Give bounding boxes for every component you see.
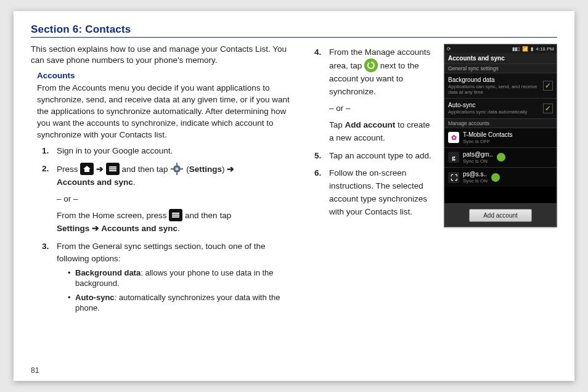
status-time: 4:18 PM bbox=[536, 46, 554, 52]
left-column: This section explains how to use and man… bbox=[31, 44, 296, 319]
step-number: 5. bbox=[314, 150, 321, 163]
settings-label: Settings bbox=[189, 164, 222, 173]
manage-accounts-label: Manage accounts bbox=[444, 118, 557, 128]
step-text-part: and then tap bbox=[185, 211, 231, 220]
account-status: Sync is ON bbox=[463, 178, 488, 184]
setting-row-auto-sync[interactable]: Auto-sync Applications sync data automat… bbox=[444, 98, 557, 118]
step-5: 5. Tap an account type to add. bbox=[314, 150, 435, 163]
settings-path-label: Settings ➔ Accounts and sync bbox=[57, 224, 178, 233]
battery-icon: ▮ bbox=[531, 46, 533, 52]
menu-icon bbox=[106, 163, 120, 175]
signal-icon: 📶 bbox=[522, 46, 528, 52]
step-4: 4. From the Manage accounts area, tap ne… bbox=[314, 46, 435, 145]
svg-rect-10 bbox=[172, 214, 179, 216]
status-bar: ⟳ ▮▮▯ 📶 ▮ 4:18 PM bbox=[444, 44, 557, 53]
sync-icon bbox=[364, 59, 378, 72]
two-column-layout: This section explains how to use and man… bbox=[31, 44, 557, 319]
svg-rect-5 bbox=[176, 163, 178, 165]
step-text-part: Press bbox=[57, 164, 80, 173]
add-account-bold: Add account bbox=[345, 120, 395, 129]
step-number: 1. bbox=[42, 145, 49, 158]
accounts-heading: Accounts bbox=[37, 71, 296, 80]
bullet-label: Auto-sync bbox=[75, 293, 115, 302]
sync-indicator-icon bbox=[497, 153, 505, 161]
arrow-icon: ➔ bbox=[227, 164, 234, 173]
add-account-button[interactable]: Add account bbox=[469, 209, 532, 222]
row-subtitle: Applications sync data automatically bbox=[448, 109, 543, 115]
svg-rect-9 bbox=[172, 213, 179, 214]
step-1: 1. Sign in to your Google account. bbox=[42, 145, 296, 158]
step-text: Follow the on-screen instructions. The s… bbox=[329, 168, 427, 216]
screen-subtitle: General sync settings bbox=[444, 63, 557, 73]
svg-rect-2 bbox=[109, 170, 116, 171]
step-number: 4. bbox=[314, 46, 321, 59]
step-6: 6. Follow the on-screen instructions. Th… bbox=[314, 167, 435, 219]
section-title: Section 6: Contacts bbox=[31, 23, 557, 38]
or-divider: – or – bbox=[57, 193, 296, 206]
step-text-part: From the Home screen, press bbox=[57, 211, 169, 220]
step-2: 2. Press ➔ and then tap (Settings) ➔ bbox=[42, 163, 296, 235]
account-status: Sync is ON bbox=[463, 158, 493, 164]
step-text-part: Tap bbox=[329, 120, 345, 129]
phone-footer: Add account bbox=[444, 203, 557, 227]
account-name: pats@gm.. bbox=[463, 151, 493, 158]
status-left-icon: ⟳ bbox=[447, 46, 451, 52]
account-icon: ⛶ bbox=[448, 172, 459, 183]
svg-rect-6 bbox=[176, 173, 178, 175]
svg-point-4 bbox=[176, 167, 179, 170]
step-number: 3. bbox=[42, 240, 49, 253]
step-3: 3. From the General sync settings sectio… bbox=[42, 240, 296, 314]
account-icon: ✿ bbox=[448, 132, 459, 143]
checkbox-checked-icon[interactable]: ✓ bbox=[543, 81, 553, 91]
or-divider: – or – bbox=[329, 102, 435, 115]
menu-icon bbox=[169, 209, 182, 221]
account-row[interactable]: ⛶ ps@s.s.. Sync is ON bbox=[444, 167, 557, 187]
status-right: ▮▮▯ 📶 ▮ 4:18 PM bbox=[512, 46, 554, 52]
account-name: T-Mobile Contacts bbox=[463, 131, 513, 138]
right-text-block: 4. From the Manage accounts area, tap ne… bbox=[312, 44, 435, 319]
arrow-icon: ➔ bbox=[96, 164, 104, 173]
gear-icon bbox=[170, 162, 184, 176]
setting-row-background-data[interactable]: Background data Applications can sync, s… bbox=[444, 73, 557, 98]
document-page: Section 6: Contacts This section explain… bbox=[14, 11, 574, 381]
row-subtitle: Applications can sync, send, and receive… bbox=[448, 84, 543, 95]
step-text: Tap an account type to add. bbox=[329, 151, 431, 160]
phone-screenshot: ⟳ ▮▮▯ 📶 ▮ 4:18 PM Accounts and sync Gene… bbox=[444, 44, 557, 227]
intro-paragraph: This section explains how to use and man… bbox=[31, 44, 296, 66]
home-icon bbox=[80, 163, 94, 175]
page-number: 81 bbox=[31, 366, 39, 375]
account-icon: g bbox=[448, 152, 459, 163]
svg-rect-1 bbox=[109, 168, 116, 169]
step-number: 2. bbox=[42, 163, 49, 176]
account-row[interactable]: ✿ T-Mobile Contacts Sync is OFF bbox=[444, 128, 557, 147]
step-number: 6. bbox=[314, 167, 321, 180]
account-row[interactable]: g pats@gm.. Sync is ON bbox=[444, 147, 557, 167]
checkbox-checked-icon[interactable]: ✓ bbox=[543, 104, 553, 113]
step-text-part: and then tap bbox=[122, 164, 171, 173]
screen-title: Accounts and sync bbox=[444, 53, 557, 63]
svg-rect-0 bbox=[109, 166, 116, 168]
signal-icon: ▮▮▯ bbox=[512, 46, 520, 52]
bullet-label: Background data bbox=[75, 268, 141, 277]
accounts-description: From the Accounts menu you decide if you… bbox=[37, 83, 296, 141]
steps-list-right: 4. From the Manage accounts area, tap ne… bbox=[312, 46, 435, 219]
row-title: Background data bbox=[448, 76, 543, 83]
options-bullets: Background data: allows your phone to us… bbox=[57, 268, 296, 314]
svg-rect-11 bbox=[172, 216, 179, 218]
row-title: Auto-sync bbox=[448, 102, 543, 108]
svg-rect-8 bbox=[181, 168, 183, 169]
bullet-auto-sync: Auto-sync: automatically synchronizes yo… bbox=[68, 293, 296, 314]
sync-indicator-icon bbox=[491, 173, 500, 182]
account-status: Sync is OFF bbox=[463, 139, 513, 144]
svg-rect-7 bbox=[171, 168, 173, 169]
account-name: ps@s.s.. bbox=[463, 171, 488, 178]
accounts-and-sync-label: Accounts and sync bbox=[57, 178, 133, 187]
step-text: Sign in to your Google account. bbox=[57, 146, 173, 155]
step-text: From the General sync settings section, … bbox=[57, 242, 265, 264]
right-column: 4. From the Manage accounts area, tap ne… bbox=[312, 44, 557, 319]
bullet-background-data: Background data: allows your phone to us… bbox=[68, 268, 296, 289]
steps-list-left: 1. Sign in to your Google account. 2. Pr… bbox=[31, 145, 296, 314]
